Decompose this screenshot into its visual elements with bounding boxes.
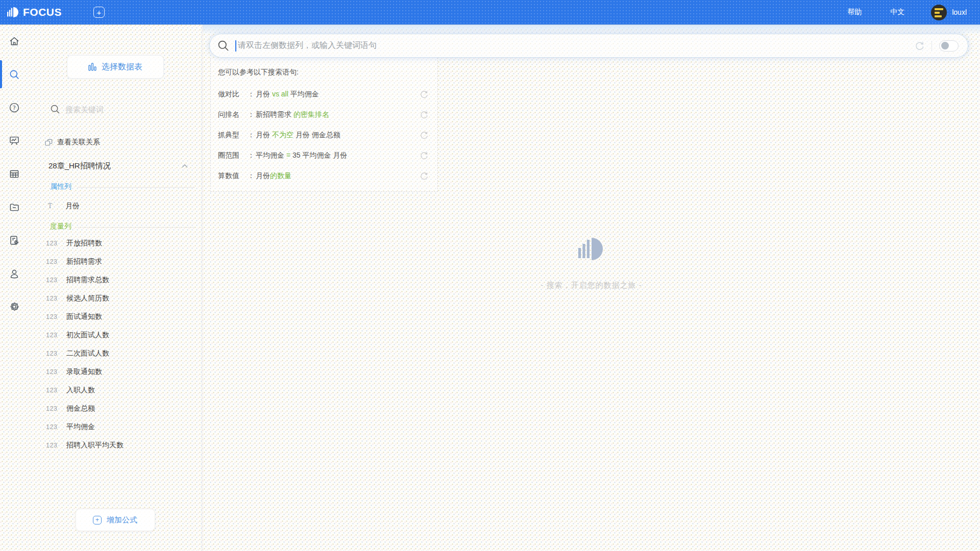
- suggestion-phrase[interactable]: 平均佣金 = 35 平均佣金 月份: [256, 151, 347, 160]
- rail-item-home[interactable]: [0, 24, 29, 58]
- numeric-type-icon: 123: [46, 240, 66, 247]
- measure-item[interactable]: 123面试通知数: [29, 308, 202, 326]
- select-table-label: 选择数据表: [102, 62, 142, 72]
- numeric-type-icon: 123: [46, 258, 66, 265]
- measure-name: 面试通知数: [66, 312, 102, 321]
- settings-icon: [8, 300, 20, 313]
- view-relations-label: 查看关联关系: [57, 138, 100, 147]
- language-switch[interactable]: 中文: [890, 8, 904, 17]
- rail-item-data-table[interactable]: [0, 157, 29, 190]
- refresh-icon[interactable]: [420, 90, 428, 98]
- search-icon: [8, 68, 20, 81]
- top-header: FOCUS 帮助 中文 louxl: [0, 0, 980, 24]
- measure-item[interactable]: 123候选人简历数: [29, 289, 202, 308]
- view-relations-link[interactable]: 查看关联关系: [45, 138, 202, 147]
- search-icon: [217, 40, 229, 52]
- measure-item[interactable]: 123招聘需求总数: [29, 271, 202, 289]
- measure-name: 新招聘需求: [66, 257, 102, 266]
- divider: [932, 41, 932, 51]
- suggestion-label: 做对比: [218, 90, 248, 99]
- measure-item[interactable]: 123录取通知数: [29, 363, 202, 381]
- rail-item-folder[interactable]: [0, 190, 29, 223]
- attribute-name: 月份: [65, 202, 80, 211]
- measure-name: 佣金总额: [66, 404, 95, 413]
- refresh-icon[interactable]: [915, 41, 924, 51]
- home-icon: [8, 35, 20, 47]
- help-link[interactable]: 帮助: [847, 8, 862, 17]
- measure-name: 入职人数: [66, 386, 95, 395]
- toggle-knob: [941, 42, 949, 49]
- refresh-icon[interactable]: [420, 172, 428, 180]
- measure-list: 123开放招聘数123新招聘需求123招聘需求总数123候选人简历数123面试通…: [29, 234, 202, 455]
- measure-item[interactable]: 123入职人数: [29, 381, 202, 399]
- search-icon: [50, 104, 60, 114]
- app-logo[interactable]: FOCUS: [7, 6, 62, 18]
- header-glow: [203, 24, 980, 35]
- numeric-type-icon: 123: [46, 405, 66, 412]
- suggestion-label: 算数值: [218, 171, 248, 181]
- suggestions-title: 您可以参考以下搜索语句:: [218, 68, 430, 77]
- add-formula-label: 增加公式: [107, 515, 137, 525]
- relations-icon: [45, 139, 53, 146]
- measure-item[interactable]: 123佣金总额: [29, 399, 202, 418]
- suggestion-row: 抓典型：月份 不为空 月份 佣金总额: [218, 125, 430, 145]
- empty-state: - 搜索，开启您的数据之旅 -: [203, 236, 980, 290]
- plus-icon: [93, 516, 102, 524]
- left-nav-rail: ?: [0, 24, 29, 551]
- measure-item[interactable]: 123开放招聘数: [29, 234, 202, 253]
- refresh-icon[interactable]: [420, 131, 428, 139]
- table-collapse-row[interactable]: 28章_HR招聘情况: [48, 161, 195, 171]
- measure-name: 二次面试人数: [66, 349, 109, 358]
- refresh-icon[interactable]: [420, 152, 428, 160]
- data-panel: 选择数据表 查看关联关系 28章_HR招聘情况 属性列 T 月份: [29, 24, 202, 551]
- measure-name: 候选人简历数: [66, 294, 109, 303]
- suggestion-row: 问排名：新招聘需求 的密集排名: [218, 105, 430, 125]
- attribute-item-month[interactable]: T 月份: [48, 202, 202, 211]
- user-icon: [8, 267, 20, 280]
- svg-text:?: ?: [13, 105, 16, 111]
- bar-chart-icon: [88, 62, 97, 71]
- measure-name: 初次面试人数: [66, 331, 109, 340]
- chevron-up-icon[interactable]: [181, 164, 188, 168]
- suggestion-colon: ：: [248, 171, 255, 181]
- measure-item[interactable]: 123新招聘需求: [29, 253, 202, 271]
- help-icon: ?: [8, 102, 20, 114]
- suggestion-phrase[interactable]: 新招聘需求 的密集排名: [256, 110, 329, 119]
- table-name: 28章_HR招聘情况: [48, 161, 111, 171]
- suggestion-colon: ：: [248, 110, 255, 119]
- rail-item-search[interactable]: [0, 58, 29, 91]
- measure-section-header: 度量列: [50, 222, 202, 231]
- user-avatar[interactable]: [931, 5, 947, 20]
- numeric-type-icon: 123: [46, 332, 66, 339]
- keyword-search-input[interactable]: [65, 105, 178, 114]
- suggestion-phrase[interactable]: 月份 不为空 月份 佣金总额: [256, 131, 340, 140]
- new-tab-button[interactable]: [93, 7, 105, 18]
- watermark-logo-icon: [577, 236, 606, 262]
- rail-item-report-settings[interactable]: [0, 223, 29, 257]
- text-type-icon: T: [48, 203, 59, 210]
- rail-item-user[interactable]: [0, 257, 29, 290]
- add-formula-button[interactable]: 增加公式: [76, 509, 155, 531]
- measure-item[interactable]: 123初次面试人数: [29, 326, 202, 344]
- focus-logo-icon: [7, 6, 19, 18]
- numeric-type-icon: 123: [46, 277, 66, 284]
- keyword-search: [50, 104, 202, 114]
- search-mode-toggle[interactable]: [939, 40, 959, 52]
- refresh-icon[interactable]: [420, 111, 428, 119]
- suggestion-label: 问排名: [218, 110, 248, 119]
- measure-item[interactable]: 123招聘入职平均天数: [29, 436, 202, 455]
- measure-item[interactable]: 123平均佣金: [29, 418, 202, 436]
- username[interactable]: louxl: [952, 8, 967, 16]
- measure-item[interactable]: 123二次面试人数: [29, 344, 202, 363]
- logo-text: FOCUS: [23, 6, 62, 18]
- suggestion-row: 算数值：月份的数量: [218, 166, 430, 186]
- suggestion-phrase[interactable]: 月份 vs all 平均佣金: [256, 90, 319, 99]
- rail-item-settings[interactable]: [0, 290, 29, 323]
- rail-item-help[interactable]: ?: [0, 91, 29, 124]
- suggestion-phrase[interactable]: 月份的数量: [256, 171, 291, 181]
- rail-item-dashboard[interactable]: [0, 124, 29, 157]
- main-search-bar[interactable]: 请双击左侧数据列，或输入关键词语句: [209, 34, 968, 58]
- measure-name: 招聘需求总数: [66, 276, 109, 285]
- select-table-button[interactable]: 选择数据表: [67, 55, 164, 79]
- numeric-type-icon: 123: [46, 387, 66, 394]
